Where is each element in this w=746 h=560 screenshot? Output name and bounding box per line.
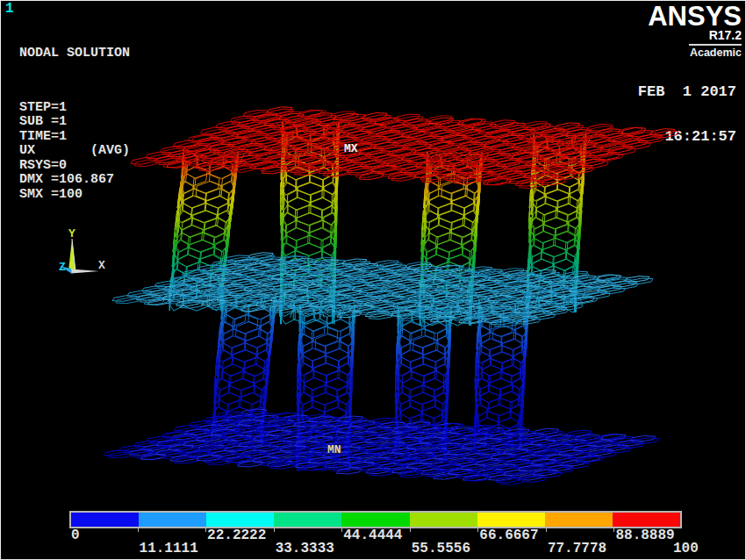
triad: YXZ: [59, 227, 105, 274]
legend-value-label: 44.4444: [343, 529, 402, 542]
legend-tick: [341, 528, 342, 532]
legend-tick: [274, 528, 275, 532]
legend-tick: [205, 528, 206, 532]
legend-value-label: 33.3333: [276, 542, 334, 556]
legend-segment: [410, 513, 477, 527]
legend-tick: [138, 528, 139, 532]
legend-segment: [545, 513, 613, 527]
legend-color-bar: [69, 511, 682, 528]
max-value-marker: MX: [344, 142, 358, 155]
ansys-graphics-window: 1 NODAL SOLUTION STEP=1SUB =1TIME=1UX (A…: [0, 0, 746, 560]
legend-value-label: 100: [673, 542, 699, 556]
legend-tick: [613, 528, 614, 532]
min-value-marker: MN: [327, 443, 341, 456]
legend-value-label: 22.2222: [207, 529, 266, 542]
legend-value-label: 88.8889: [615, 529, 674, 542]
legend-value-label: 55.5556: [412, 542, 470, 556]
graphene-sheet-bottom: [104, 409, 659, 485]
model-viewport[interactable]: YXZ: [1, 1, 746, 560]
triad-y-label: Y: [68, 227, 75, 241]
legend-segment: [613, 513, 680, 527]
legend-value-label: 11.1111: [140, 542, 198, 556]
legend-value-label: 0: [71, 529, 80, 542]
legend-tick: [410, 528, 411, 532]
legend-segment: [139, 513, 206, 527]
legend-tick: [546, 528, 547, 532]
contour-legend: 011.111122.222233.333344.444455.555666.6…: [1, 510, 746, 560]
legend-segment: [71, 513, 139, 527]
legend-segment: [206, 513, 274, 527]
legend-segment: [274, 513, 341, 527]
triad-y-arrow: [68, 239, 75, 271]
triad-z-label: Z: [59, 261, 66, 274]
legend-value-label: 66.6667: [479, 529, 538, 542]
triad-x-label: X: [98, 259, 105, 272]
legend-tick: [477, 528, 478, 532]
legend-segment: [341, 513, 409, 527]
legend-value-label: 77.7778: [548, 542, 606, 556]
legend-segment: [477, 513, 545, 527]
triad-x-arrow: [71, 269, 99, 274]
